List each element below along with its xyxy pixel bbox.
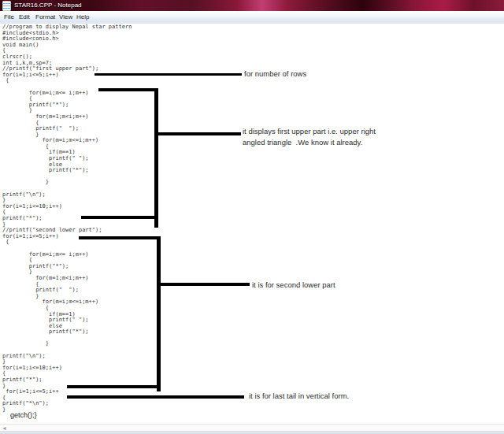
notepad-window: STAR16.CPP - Notepad File Edit Format Vi… <box>0 0 504 434</box>
annotation-bracket1-arm <box>158 132 241 135</box>
menu-view[interactable]: View <box>59 13 72 20</box>
source-code-getch-line: getch();} <box>10 411 37 419</box>
menu-bar: File Edit Format View Help <box>0 11 504 24</box>
notepad-icon <box>2 1 11 11</box>
menu-file[interactable]: File <box>4 13 14 20</box>
menu-edit[interactable]: Edit <box>19 13 30 20</box>
annotation-bracket2-top <box>79 236 160 239</box>
annotation-bracket2-bottom <box>67 385 158 388</box>
annotation-bracket1-vertical <box>154 88 158 228</box>
annotation-bracket1-top <box>98 88 155 91</box>
annotation-text-upper-part: it displays first upper part i.e. upper … <box>243 126 376 147</box>
annotation-line-tail <box>67 395 244 399</box>
title-bar: STAR16.CPP - Notepad <box>0 0 504 11</box>
annotation-text-lower-part: it is for second lower part <box>252 280 335 291</box>
annotation-bracket1-bottom <box>81 216 156 219</box>
window-title: STAR16.CPP - Notepad <box>14 2 82 9</box>
annotation-bracket2-arm <box>160 283 250 286</box>
annotation-bracket2-vertical <box>157 236 161 391</box>
annotation-text-rows: for number of rows <box>244 69 306 80</box>
menu-format[interactable]: Format <box>35 13 55 20</box>
menu-help[interactable]: Help <box>76 13 89 20</box>
text-editor-area[interactable]: //program to display Nepal star pattern … <box>0 24 504 424</box>
window-bottom-edge <box>0 431 504 434</box>
annotation-line-rows <box>94 73 242 76</box>
annotation-text-tail: it is for last tail in vertical form. <box>249 391 349 402</box>
